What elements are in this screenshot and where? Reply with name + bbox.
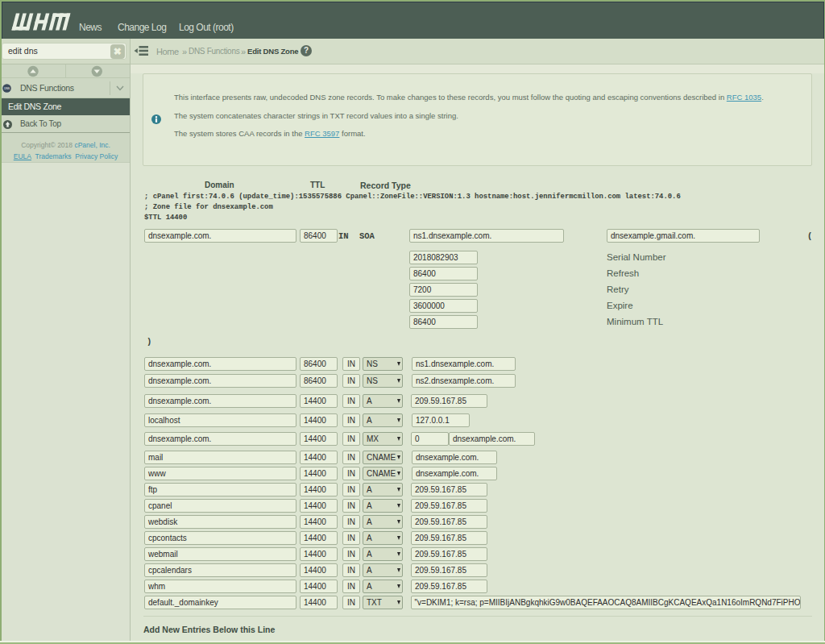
- svg-text:DNS: DNS: [4, 87, 10, 90]
